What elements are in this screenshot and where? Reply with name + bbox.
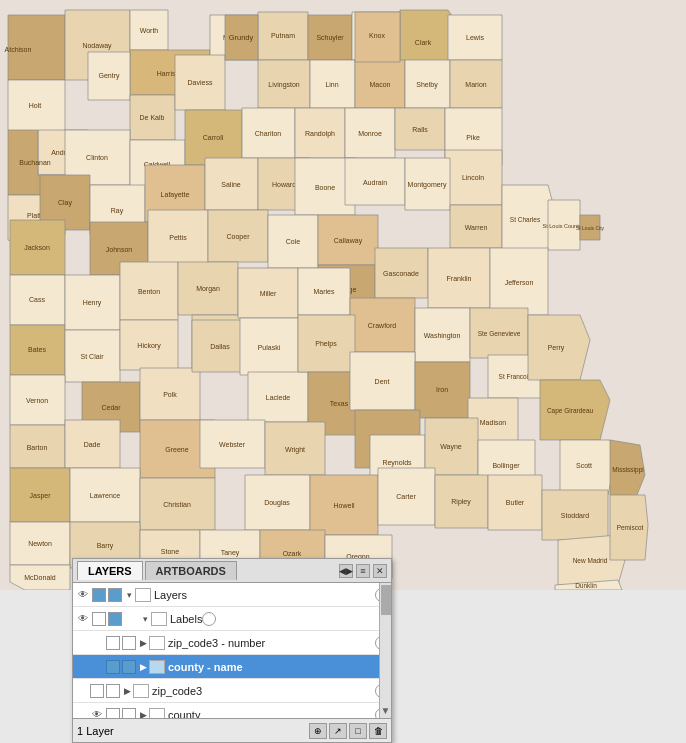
svg-text:Pemiscot: Pemiscot xyxy=(617,524,644,531)
layer-row-zip-code3-number[interactable]: ▶ zip_code3 - number xyxy=(73,631,391,655)
svg-text:Pulaski: Pulaski xyxy=(258,344,281,351)
visibility-icon-county[interactable]: 👁 xyxy=(89,707,105,719)
layer-name-layers: Layers xyxy=(154,589,375,601)
svg-text:Perry: Perry xyxy=(548,344,565,352)
svg-text:Ozark: Ozark xyxy=(283,550,302,557)
layer-name-county-name: county - name xyxy=(168,661,375,673)
color-swatch-labels xyxy=(92,612,106,626)
svg-text:Cole: Cole xyxy=(286,238,301,245)
color-swatch-zip3num-2 xyxy=(122,636,136,650)
svg-text:Clark: Clark xyxy=(415,39,432,46)
tab-artboards[interactable]: ARTBOARDS xyxy=(145,561,237,580)
svg-text:De Kalb: De Kalb xyxy=(140,114,165,121)
svg-text:Crawford: Crawford xyxy=(368,322,397,329)
move-to-layer-button[interactable]: ↗ xyxy=(329,723,347,739)
layer-target-labels[interactable] xyxy=(202,612,216,626)
expand-icon-zip3[interactable]: ▶ xyxy=(121,685,133,697)
svg-text:Taney: Taney xyxy=(221,549,240,557)
layer-name-zip3: zip_code3 xyxy=(152,685,375,697)
svg-text:Cooper: Cooper xyxy=(227,233,251,241)
color-swatch-layers xyxy=(92,588,106,602)
svg-text:Howard: Howard xyxy=(272,181,296,188)
svg-text:New Madrid: New Madrid xyxy=(573,557,608,564)
layer-name-zip3num: zip_code3 - number xyxy=(168,637,375,649)
color-swatch-county-2 xyxy=(122,708,136,719)
svg-text:Ray: Ray xyxy=(111,207,124,215)
layer-row-labels[interactable]: 👁 ▾ Labels xyxy=(73,607,391,631)
collect-in-layer-button[interactable]: □ xyxy=(349,723,367,739)
svg-text:Miller: Miller xyxy=(260,290,277,297)
svg-text:Ripley: Ripley xyxy=(451,498,471,506)
panel-header: LAYERS ARTBOARDS ◀▶ ≡ ✕ xyxy=(73,559,391,583)
svg-text:Bates: Bates xyxy=(28,346,46,353)
svg-text:Gasconade: Gasconade xyxy=(383,270,419,277)
svg-text:Cass: Cass xyxy=(29,296,45,303)
svg-text:Greene: Greene xyxy=(165,446,188,453)
make-layer-button[interactable]: ⊕ xyxy=(309,723,327,739)
svg-text:Marion: Marion xyxy=(465,81,487,88)
panel-collapse-button[interactable]: ◀▶ xyxy=(339,564,353,578)
visibility-icon-labels[interactable]: 👁 xyxy=(75,611,91,627)
svg-text:Carter: Carter xyxy=(396,493,416,500)
tab-layers[interactable]: LAYERS xyxy=(77,561,143,580)
svg-text:Jackson: Jackson xyxy=(24,244,50,251)
panel-close-button[interactable]: ✕ xyxy=(373,564,387,578)
svg-text:Reynolds: Reynolds xyxy=(382,459,412,467)
scroll-thumb[interactable] xyxy=(381,585,391,615)
svg-text:Vernon: Vernon xyxy=(26,397,48,404)
layer-row-county-name[interactable]: ▶ county - name xyxy=(73,655,391,679)
svg-text:Christian: Christian xyxy=(163,501,191,508)
layer-type-icon-zip3num xyxy=(149,636,165,650)
svg-text:Bollinger: Bollinger xyxy=(492,462,520,470)
layer-type-icon-county xyxy=(149,708,165,719)
svg-text:Mississippi: Mississippi xyxy=(612,466,643,474)
expand-icon-county-name[interactable]: ▶ xyxy=(137,661,149,673)
svg-text:Nodaway: Nodaway xyxy=(82,42,112,50)
svg-text:Iron: Iron xyxy=(436,386,448,393)
svg-text:Audrain: Audrain xyxy=(363,179,387,186)
svg-text:Buchanan: Buchanan xyxy=(19,159,51,166)
layer-row-layers[interactable]: 👁 ▾ Layers xyxy=(73,583,391,607)
svg-text:Lawrence: Lawrence xyxy=(90,492,120,499)
svg-text:Washington: Washington xyxy=(424,332,461,340)
svg-text:Johnson: Johnson xyxy=(106,246,133,253)
svg-text:Schuyler: Schuyler xyxy=(316,34,344,42)
svg-text:Jefferson: Jefferson xyxy=(505,279,534,286)
svg-text:Newton: Newton xyxy=(28,540,52,547)
svg-text:Ste Genevieve: Ste Genevieve xyxy=(478,330,521,337)
svg-text:Benton: Benton xyxy=(138,288,160,295)
svg-text:St Louis City: St Louis City xyxy=(576,225,605,231)
svg-text:Dent: Dent xyxy=(375,378,390,385)
layer-row-county[interactable]: 👁 ▶ county xyxy=(73,703,391,718)
svg-text:Putnam: Putnam xyxy=(271,32,295,39)
color-swatch-zip3num xyxy=(106,636,120,650)
svg-text:Morgan: Morgan xyxy=(196,285,220,293)
svg-text:St Charles: St Charles xyxy=(510,216,541,223)
expand-icon-zip3num[interactable]: ▶ xyxy=(137,637,149,649)
missouri-counties-map: Atchison Nodaway Worth Harrison Mercer P… xyxy=(0,0,686,590)
svg-text:Callaway: Callaway xyxy=(334,237,363,245)
expand-icon-labels[interactable]: ▾ xyxy=(139,613,151,625)
panel-menu-button[interactable]: ≡ xyxy=(356,564,370,578)
scroll-bar[interactable]: ▼ xyxy=(379,583,391,718)
svg-text:Monroe: Monroe xyxy=(358,130,382,137)
svg-text:Holt: Holt xyxy=(29,102,42,109)
expand-icon-layers[interactable]: ▾ xyxy=(123,589,135,601)
svg-text:Henry: Henry xyxy=(83,299,102,307)
layer-name-county: county xyxy=(168,709,375,719)
svg-text:Chariton: Chariton xyxy=(255,130,282,137)
svg-text:Wayne: Wayne xyxy=(440,443,462,451)
svg-text:Cape Girardeau: Cape Girardeau xyxy=(547,407,594,415)
delete-layer-button[interactable]: 🗑 xyxy=(369,723,387,739)
visibility-icon-layers[interactable]: 👁 xyxy=(75,587,91,603)
svg-text:Carroll: Carroll xyxy=(203,134,224,141)
color-swatch-county-name xyxy=(106,660,120,674)
layer-name-labels: Labels xyxy=(170,613,202,625)
svg-text:Pettis: Pettis xyxy=(169,234,187,241)
svg-text:Stone: Stone xyxy=(161,548,179,555)
svg-text:Dallas: Dallas xyxy=(210,343,230,350)
svg-text:Boone: Boone xyxy=(315,184,335,191)
svg-text:Maries: Maries xyxy=(313,288,335,295)
expand-icon-county[interactable]: ▶ xyxy=(137,709,149,719)
layer-row-zip-code3[interactable]: ▶ zip_code3 xyxy=(73,679,391,703)
